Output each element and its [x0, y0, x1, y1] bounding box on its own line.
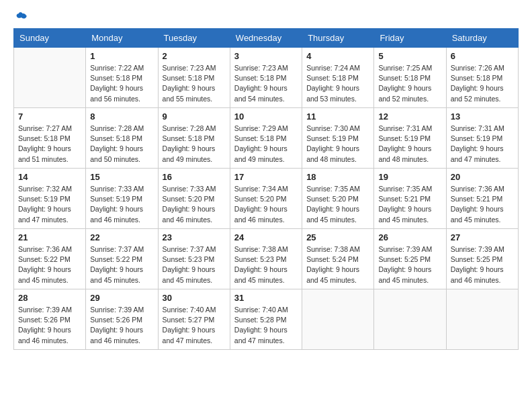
day-number: 6	[451, 51, 514, 61]
day-number: 12	[378, 111, 441, 122]
day-number: 22	[90, 232, 153, 242]
day-number: 29	[90, 293, 153, 303]
day-info: Sunrise: 7:39 AM Sunset: 5:25 PM Dayligh…	[451, 244, 514, 285]
day-number: 26	[378, 232, 441, 242]
calendar-cell: 3Sunrise: 7:23 AM Sunset: 5:18 PM Daylig…	[230, 48, 302, 108]
calendar-cell: 17Sunrise: 7:34 AM Sunset: 5:20 PM Dayli…	[230, 169, 302, 229]
logo-bird-icon	[15, 11, 28, 24]
calendar-cell: 9Sunrise: 7:28 AM Sunset: 5:18 PM Daylig…	[158, 108, 230, 169]
calendar-cell	[374, 289, 446, 350]
day-number: 2	[163, 51, 226, 61]
calendar-cell	[14, 48, 86, 108]
day-info: Sunrise: 7:28 AM Sunset: 5:18 PM Dayligh…	[163, 124, 226, 165]
day-number: 17	[234, 172, 298, 182]
day-info: Sunrise: 7:23 AM Sunset: 5:18 PM Dayligh…	[234, 63, 298, 104]
day-info: Sunrise: 7:37 AM Sunset: 5:22 PM Dayligh…	[90, 244, 153, 285]
calendar-cell: 4Sunrise: 7:24 AM Sunset: 5:18 PM Daylig…	[302, 48, 374, 108]
day-number: 4	[306, 51, 369, 61]
day-info: Sunrise: 7:40 AM Sunset: 5:28 PM Dayligh…	[234, 305, 298, 346]
day-info: Sunrise: 7:36 AM Sunset: 5:21 PM Dayligh…	[451, 184, 514, 225]
day-info: Sunrise: 7:24 AM Sunset: 5:18 PM Dayligh…	[306, 63, 369, 104]
day-number: 28	[18, 293, 81, 303]
calendar-cell: 11Sunrise: 7:30 AM Sunset: 5:19 PM Dayli…	[302, 108, 374, 169]
calendar-cell: 18Sunrise: 7:35 AM Sunset: 5:20 PM Dayli…	[302, 169, 374, 229]
calendar-cell: 2Sunrise: 7:23 AM Sunset: 5:18 PM Daylig…	[158, 48, 230, 108]
calendar-cell: 23Sunrise: 7:37 AM Sunset: 5:23 PM Dayli…	[158, 229, 230, 289]
calendar-cell: 24Sunrise: 7:38 AM Sunset: 5:23 PM Dayli…	[230, 229, 302, 289]
day-info: Sunrise: 7:39 AM Sunset: 5:26 PM Dayligh…	[90, 305, 153, 346]
calendar-header: SundayMondayTuesdayWednesdayThursdayFrid…	[14, 29, 519, 48]
day-info: Sunrise: 7:30 AM Sunset: 5:19 PM Dayligh…	[306, 124, 369, 165]
day-info: Sunrise: 7:35 AM Sunset: 5:20 PM Dayligh…	[306, 184, 369, 225]
day-info: Sunrise: 7:40 AM Sunset: 5:27 PM Dayligh…	[163, 305, 226, 346]
day-number: 9	[163, 111, 226, 122]
calendar-cell: 31Sunrise: 7:40 AM Sunset: 5:28 PM Dayli…	[230, 289, 302, 350]
calendar-cell: 7Sunrise: 7:27 AM Sunset: 5:18 PM Daylig…	[14, 108, 86, 169]
day-header-monday: Monday	[86, 29, 158, 48]
day-number: 23	[163, 232, 226, 242]
calendar-cell: 6Sunrise: 7:26 AM Sunset: 5:18 PM Daylig…	[446, 48, 518, 108]
calendar-cell: 29Sunrise: 7:39 AM Sunset: 5:26 PM Dayli…	[86, 289, 158, 350]
logo	[13, 11, 28, 23]
day-number: 24	[234, 232, 298, 242]
day-info: Sunrise: 7:31 AM Sunset: 5:19 PM Dayligh…	[451, 124, 514, 165]
calendar-cell: 10Sunrise: 7:29 AM Sunset: 5:18 PM Dayli…	[230, 108, 302, 169]
day-info: Sunrise: 7:23 AM Sunset: 5:18 PM Dayligh…	[163, 63, 226, 104]
day-info: Sunrise: 7:33 AM Sunset: 5:20 PM Dayligh…	[163, 184, 226, 225]
day-number: 7	[18, 111, 81, 122]
day-number: 14	[18, 172, 81, 182]
day-header-wednesday: Wednesday	[230, 29, 302, 48]
day-number: 18	[306, 172, 369, 182]
calendar-cell: 30Sunrise: 7:40 AM Sunset: 5:27 PM Dayli…	[158, 289, 230, 350]
day-header-friday: Friday	[374, 29, 446, 48]
day-info: Sunrise: 7:38 AM Sunset: 5:24 PM Dayligh…	[306, 244, 369, 285]
day-info: Sunrise: 7:22 AM Sunset: 5:18 PM Dayligh…	[90, 63, 153, 104]
day-info: Sunrise: 7:26 AM Sunset: 5:18 PM Dayligh…	[451, 63, 514, 104]
day-number: 15	[90, 172, 153, 182]
day-info: Sunrise: 7:39 AM Sunset: 5:25 PM Dayligh…	[378, 244, 441, 285]
calendar-cell: 16Sunrise: 7:33 AM Sunset: 5:20 PM Dayli…	[158, 169, 230, 229]
calendar-cell: 5Sunrise: 7:25 AM Sunset: 5:18 PM Daylig…	[374, 48, 446, 108]
day-number: 21	[18, 232, 81, 242]
day-number: 19	[378, 172, 441, 182]
calendar-cell: 14Sunrise: 7:32 AM Sunset: 5:19 PM Dayli…	[14, 169, 86, 229]
calendar-cell: 27Sunrise: 7:39 AM Sunset: 5:25 PM Dayli…	[446, 229, 518, 289]
day-number: 31	[234, 293, 298, 303]
day-number: 10	[234, 111, 298, 122]
calendar-cell: 25Sunrise: 7:38 AM Sunset: 5:24 PM Dayli…	[302, 229, 374, 289]
day-info: Sunrise: 7:34 AM Sunset: 5:20 PM Dayligh…	[234, 184, 298, 225]
calendar-cell: 28Sunrise: 7:39 AM Sunset: 5:26 PM Dayli…	[14, 289, 86, 350]
day-info: Sunrise: 7:36 AM Sunset: 5:22 PM Dayligh…	[18, 244, 81, 285]
day-header-tuesday: Tuesday	[158, 29, 230, 48]
calendar-week-1: 1Sunrise: 7:22 AM Sunset: 5:18 PM Daylig…	[14, 48, 519, 108]
day-info: Sunrise: 7:38 AM Sunset: 5:23 PM Dayligh…	[234, 244, 298, 285]
day-info: Sunrise: 7:33 AM Sunset: 5:19 PM Dayligh…	[90, 184, 153, 225]
calendar-cell: 21Sunrise: 7:36 AM Sunset: 5:22 PM Dayli…	[14, 229, 86, 289]
day-number: 8	[90, 111, 153, 122]
day-number: 13	[451, 111, 514, 122]
day-info: Sunrise: 7:25 AM Sunset: 5:18 PM Dayligh…	[378, 63, 441, 104]
header	[13, 11, 519, 23]
calendar-cell: 20Sunrise: 7:36 AM Sunset: 5:21 PM Dayli…	[446, 169, 518, 229]
day-info: Sunrise: 7:31 AM Sunset: 5:19 PM Dayligh…	[378, 124, 441, 165]
calendar-cell: 19Sunrise: 7:35 AM Sunset: 5:21 PM Dayli…	[374, 169, 446, 229]
calendar-cell	[446, 289, 518, 350]
day-number: 5	[378, 51, 441, 61]
calendar-cell: 26Sunrise: 7:39 AM Sunset: 5:25 PM Dayli…	[374, 229, 446, 289]
day-info: Sunrise: 7:32 AM Sunset: 5:19 PM Dayligh…	[18, 184, 81, 225]
calendar-week-4: 21Sunrise: 7:36 AM Sunset: 5:22 PM Dayli…	[14, 229, 519, 289]
day-info: Sunrise: 7:37 AM Sunset: 5:23 PM Dayligh…	[163, 244, 226, 285]
calendar-cell: 12Sunrise: 7:31 AM Sunset: 5:19 PM Dayli…	[374, 108, 446, 169]
day-info: Sunrise: 7:39 AM Sunset: 5:26 PM Dayligh…	[18, 305, 81, 346]
calendar-cell: 1Sunrise: 7:22 AM Sunset: 5:18 PM Daylig…	[86, 48, 158, 108]
day-number: 1	[90, 51, 153, 61]
day-number: 20	[451, 172, 514, 182]
day-info: Sunrise: 7:35 AM Sunset: 5:21 PM Dayligh…	[378, 184, 441, 225]
day-number: 11	[306, 111, 369, 122]
day-number: 16	[163, 172, 226, 182]
calendar-cell	[302, 289, 374, 350]
calendar-cell: 15Sunrise: 7:33 AM Sunset: 5:19 PM Dayli…	[86, 169, 158, 229]
calendar-table: SundayMondayTuesdayWednesdayThursdayFrid…	[13, 28, 519, 350]
day-info: Sunrise: 7:28 AM Sunset: 5:18 PM Dayligh…	[90, 124, 153, 165]
day-number: 25	[306, 232, 369, 242]
